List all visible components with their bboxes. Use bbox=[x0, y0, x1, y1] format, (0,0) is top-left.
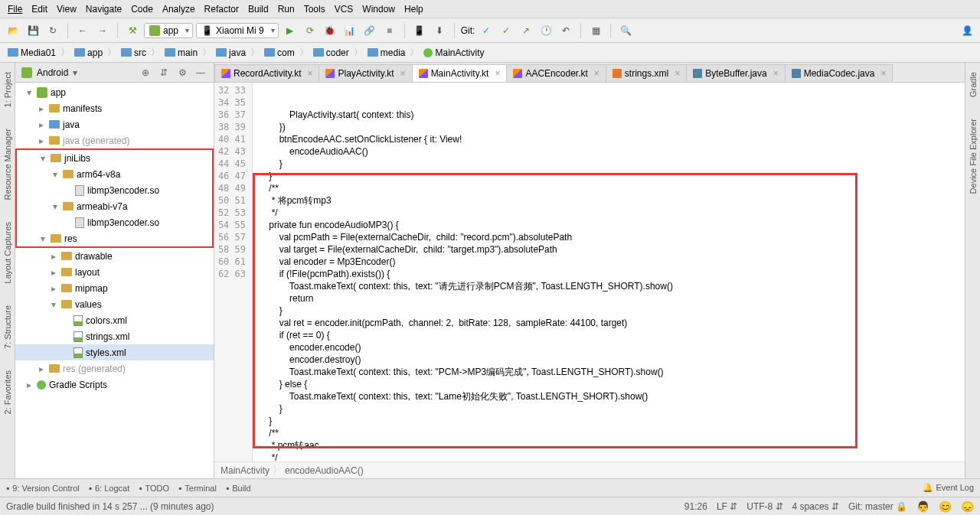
sdk-icon[interactable]: ⬇ bbox=[431, 22, 448, 39]
menu-edit[interactable]: Edit bbox=[27, 4, 52, 15]
breadcrumb-item[interactable]: MainActivity bbox=[420, 47, 487, 58]
event-log-tab[interactable]: 🔔 Event Log bbox=[923, 483, 974, 493]
device-combo[interactable]: 📱Xiaomi Mi 9 bbox=[196, 23, 279, 38]
attach-icon[interactable]: 🔗 bbox=[361, 22, 378, 39]
tree-twistie[interactable]: ▾ bbox=[51, 169, 60, 180]
sidebar-title[interactable]: Android bbox=[37, 67, 68, 78]
tree-row[interactable]: ▸mipmap bbox=[15, 280, 214, 296]
breadcrumb-item[interactable]: media bbox=[364, 47, 409, 58]
tree-twistie[interactable]: ▸ bbox=[24, 380, 34, 390]
menu-build[interactable]: Build bbox=[243, 4, 273, 15]
editor-tab[interactable]: MainActivity.kt× bbox=[412, 64, 508, 82]
close-icon[interactable]: × bbox=[594, 68, 599, 79]
close-icon[interactable]: × bbox=[675, 68, 680, 79]
breadcrumb-item[interactable]: main bbox=[162, 47, 201, 58]
git-update-icon[interactable]: ✓ bbox=[478, 22, 495, 39]
sad-icon[interactable]: 😞 bbox=[961, 500, 974, 513]
tree-row[interactable]: ▸res (generated) bbox=[15, 360, 214, 376]
close-icon[interactable]: × bbox=[495, 68, 500, 79]
git-history-icon[interactable]: 🕐 bbox=[537, 22, 554, 39]
rail-tab[interactable]: Gradle bbox=[969, 69, 978, 100]
debug-icon[interactable]: 🐞 bbox=[322, 22, 338, 39]
collapse-icon[interactable]: ⇵ bbox=[157, 66, 171, 80]
menu-navigate[interactable]: Navigate bbox=[81, 4, 126, 15]
breadcrumb-item[interactable]: java bbox=[213, 47, 249, 58]
tree-twistie[interactable]: ▸ bbox=[37, 103, 46, 114]
bottom-tab[interactable]: ▪Terminal bbox=[178, 483, 217, 494]
breadcrumb-item[interactable]: coder bbox=[310, 47, 352, 58]
menu-view[interactable]: View bbox=[52, 4, 81, 15]
git-push-icon[interactable]: ↗ bbox=[518, 22, 534, 39]
tree-row[interactable]: ▸Gradle Scripts bbox=[15, 376, 214, 393]
menu-code[interactable]: Code bbox=[126, 4, 158, 15]
close-icon[interactable]: × bbox=[880, 68, 886, 79]
rail-tab[interactable]: Layout Captures bbox=[3, 219, 12, 287]
tree-row[interactable]: ▾armeabi-v7a bbox=[17, 198, 212, 214]
rail-tab[interactable]: 1: Project bbox=[3, 69, 12, 110]
git-branch[interactable]: Git: master 🔒 bbox=[848, 501, 907, 512]
tree-row[interactable]: ▾values bbox=[15, 296, 214, 312]
project-tree[interactable]: ▾app▸manifests▸java▸java (generated)▾jni… bbox=[15, 83, 214, 478]
tree-row[interactable]: colors.xml bbox=[15, 312, 214, 328]
close-icon[interactable]: × bbox=[773, 68, 779, 79]
tree-row[interactable]: ▾res bbox=[17, 230, 212, 246]
sync-icon[interactable]: ↻ bbox=[44, 22, 61, 39]
tree-row[interactable]: ▾jniLibs bbox=[17, 150, 212, 166]
menu-run[interactable]: Run bbox=[273, 4, 299, 15]
apply-icon[interactable]: ⟳ bbox=[302, 22, 318, 39]
gear-icon[interactable]: ⚙ bbox=[175, 66, 189, 80]
rail-tab[interactable]: Resource Manager bbox=[3, 125, 12, 204]
editor-tab[interactable]: AACEncoder.kt× bbox=[506, 64, 606, 82]
tree-twistie[interactable]: ▾ bbox=[49, 299, 58, 310]
git-revert-icon[interactable]: ↶ bbox=[557, 22, 574, 39]
editor-tab[interactable]: strings.xml× bbox=[606, 64, 687, 82]
tree-twistie[interactable]: ▸ bbox=[37, 135, 46, 146]
breadcrumb-item[interactable]: app bbox=[71, 47, 106, 58]
menu-file[interactable]: File bbox=[3, 4, 27, 15]
code-editor[interactable]: 32 33 34 35 36 37 38 39 40 41 42 43 44 4… bbox=[214, 83, 965, 461]
tree-row[interactable]: libmp3encoder.so bbox=[17, 182, 212, 198]
tree-row[interactable]: strings.xml bbox=[15, 328, 214, 344]
rail-tab[interactable]: 2: Favorites bbox=[3, 367, 12, 417]
smile-icon[interactable]: 😊 bbox=[939, 500, 952, 513]
tree-row[interactable]: ▸java bbox=[15, 116, 214, 132]
user-icon[interactable]: 👤 bbox=[959, 22, 975, 39]
avd-icon[interactable]: 📱 bbox=[411, 22, 428, 39]
editor-tab[interactable]: RecordActivity.kt× bbox=[214, 64, 319, 82]
tree-row[interactable]: ▸layout bbox=[15, 264, 214, 280]
close-icon[interactable]: × bbox=[400, 68, 406, 79]
code-content[interactable]: PlayActivity.start( context: this) }) bt… bbox=[253, 83, 965, 461]
bottom-tab[interactable]: ▪6: Logcat bbox=[89, 483, 130, 494]
caret-position[interactable]: 91:26 bbox=[684, 501, 707, 512]
tree-twistie[interactable]: ▾ bbox=[38, 153, 47, 164]
rail-tab[interactable]: Device File Explorer bbox=[969, 116, 978, 197]
tree-row[interactable]: ▸java (generated) bbox=[15, 132, 214, 148]
tree-twistie[interactable]: ▸ bbox=[37, 119, 46, 130]
editor-tab[interactable]: ByteBuffer.java× bbox=[686, 64, 786, 82]
tree-twistie[interactable]: ▸ bbox=[49, 283, 58, 294]
rail-tab[interactable]: 7: Structure bbox=[3, 302, 12, 352]
indent[interactable]: 4 spaces ⇵ bbox=[792, 501, 839, 512]
menu-help[interactable]: Help bbox=[400, 4, 428, 15]
bottom-tab[interactable]: ▪Build bbox=[226, 483, 251, 494]
editor-tab[interactable]: PlayActivity.kt× bbox=[318, 64, 412, 82]
git-commit-icon[interactable]: ✓ bbox=[498, 22, 514, 39]
open-icon[interactable]: 📂 bbox=[5, 22, 21, 39]
line-ending[interactable]: LF ⇵ bbox=[717, 501, 737, 512]
close-icon[interactable]: × bbox=[307, 68, 312, 79]
profile-icon[interactable]: 📊 bbox=[341, 22, 358, 39]
tree-twistie[interactable]: ▾ bbox=[38, 233, 47, 244]
search-icon[interactable]: 🔍 bbox=[617, 22, 634, 39]
tree-row[interactable]: ▸manifests bbox=[15, 100, 214, 116]
tree-row[interactable]: ▾arm64-v8a bbox=[17, 166, 212, 182]
stop-icon[interactable]: ■ bbox=[381, 22, 398, 39]
menu-window[interactable]: Window bbox=[358, 4, 400, 15]
bottom-tab[interactable]: ▪9: Version Control bbox=[6, 483, 80, 494]
target-icon[interactable]: ⊕ bbox=[139, 66, 152, 80]
tree-twistie[interactable]: ▸ bbox=[49, 251, 58, 262]
hammer-icon[interactable]: ⚒ bbox=[124, 22, 141, 39]
tree-row[interactable]: ▸drawable bbox=[15, 248, 214, 264]
back-icon[interactable]: ← bbox=[74, 22, 91, 39]
editor-crumb[interactable]: MainActivity bbox=[220, 465, 270, 476]
breadcrumb-item[interactable]: Media01 bbox=[5, 47, 59, 58]
